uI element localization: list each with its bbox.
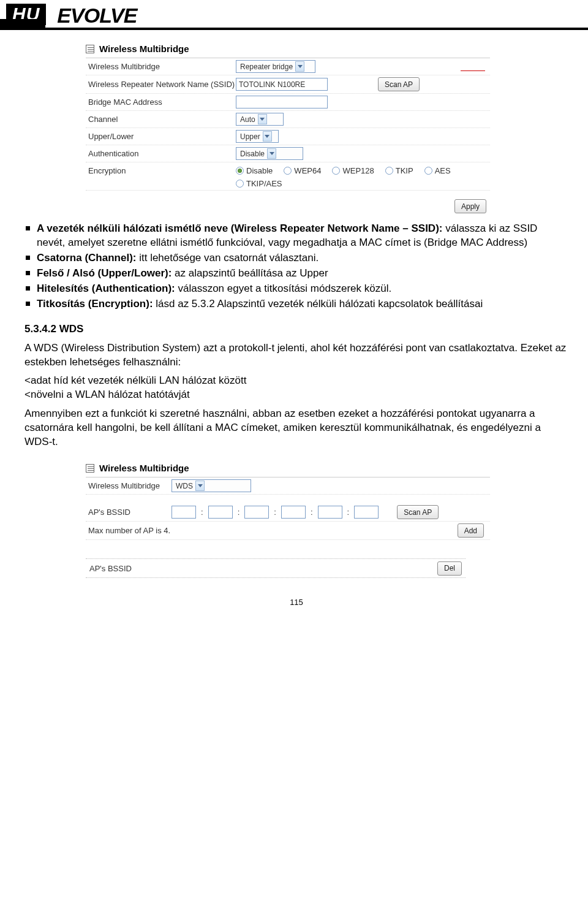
apply-button[interactable]: Apply <box>454 199 486 213</box>
radio-wep128[interactable]: WEP128 <box>332 166 374 175</box>
input-ssid-value: TOTOLINK N100RE <box>239 80 305 89</box>
radio-wep64[interactable]: WEP64 <box>284 166 321 175</box>
radio-icon <box>385 167 393 175</box>
label-max-ap: Max number of AP is 4. <box>86 526 172 535</box>
doc-body: A vezeték nélküli hálózati ismétlő neve … <box>24 222 568 449</box>
input-mac-seg-6[interactable] <box>354 506 379 519</box>
radio-icon <box>284 167 292 175</box>
select-multibridge[interactable]: Repeater bridge <box>236 60 315 73</box>
scan-ap-button[interactable]: Scan AP <box>378 77 420 91</box>
bullet-auth: Hitelesítés (Authentication): válasszon … <box>24 282 568 296</box>
input-mac-seg-3[interactable] <box>244 506 269 519</box>
radio-icon <box>424 167 432 175</box>
label-multibridge: Wireless Multibridge <box>86 481 172 490</box>
select-upperlower-value: Upper <box>240 132 260 141</box>
label-auth: Authentication <box>86 149 236 158</box>
wds-paragraph-2: Amennyiben ezt a funkciót ki szeretné ha… <box>24 407 568 449</box>
radio-tkipaes-label: TKIP/AES <box>246 179 282 188</box>
header-rule <box>0 28 588 30</box>
label-channel: Channel <box>86 115 236 124</box>
input-ssid[interactable]: TOTOLINK N100RE <box>236 78 328 91</box>
label-upperlower: Upper/Lower <box>86 132 236 141</box>
doc-header: HU EVOLVE <box>0 0 588 28</box>
ap-bssid-column-header: AP's BSSID <box>89 564 132 573</box>
chevron-down-icon <box>258 114 267 124</box>
label-encryption: Encryption <box>86 166 236 175</box>
radio-disable[interactable]: Disable <box>236 166 273 175</box>
mac-colon: : <box>309 508 314 517</box>
wds-line-2: <növelni a WLAN hálózat hatótávját <box>24 388 568 402</box>
radio-icon <box>332 167 340 175</box>
panel-title: Wireless Multibridge <box>86 460 490 477</box>
radio-icon <box>236 180 244 188</box>
label-ssid: Wireless Repeater Network Name (SSID) <box>86 80 236 89</box>
del-button[interactable]: Del <box>437 561 462 576</box>
radio-aes-label: AES <box>435 166 451 175</box>
radio-wep128-label: WEP128 <box>342 166 374 175</box>
mac-colon: : <box>200 508 205 517</box>
label-ap-bssid: AP's BSSID <box>86 508 172 517</box>
panel-title: Wireless Multibridge <box>86 41 490 58</box>
input-mac-seg-1[interactable] <box>172 506 196 519</box>
ap-bssid-table-row: AP's BSSID Del <box>86 558 466 578</box>
page-number: 115 <box>24 598 568 613</box>
radio-wep64-label: WEP64 <box>294 166 321 175</box>
radio-tkipaes[interactable]: TKIP/AES <box>236 179 282 188</box>
radio-tkip[interactable]: TKIP <box>385 166 413 175</box>
red-mark <box>461 70 485 71</box>
select-multibridge-value: Repeater bridge <box>240 63 293 71</box>
select-channel-value: Auto <box>240 115 255 124</box>
input-mac-seg-4[interactable] <box>281 506 306 519</box>
panel-title-text: Wireless Multibridge <box>99 463 189 473</box>
select-upperlower[interactable]: Upper <box>236 130 279 143</box>
bullet-ssid: A vezeték nélküli hálózati ismétlő neve … <box>24 222 568 250</box>
select-multibridge-wds-value: WDS <box>176 482 193 490</box>
select-multibridge-wds[interactable]: WDS <box>172 479 251 492</box>
mac-colon: : <box>273 508 277 517</box>
panel-icon <box>86 464 94 473</box>
mac-colon: : <box>346 508 351 517</box>
label-bridge-mac: Bridge MAC Address <box>86 97 236 107</box>
bullet-upperlower: Felső / Alsó (Upper/Lower): az alapszint… <box>24 267 568 281</box>
add-button[interactable]: Add <box>458 523 484 538</box>
radio-icon <box>236 167 244 175</box>
input-mac-seg-5[interactable] <box>318 506 342 519</box>
input-bridge-mac[interactable] <box>236 96 328 108</box>
bullet-channel: Csatorna (Channel): itt lehetősége van c… <box>24 251 568 265</box>
radio-tkip-label: TKIP <box>396 166 413 175</box>
bullet-encryption: Titkosítás (Encryption): lásd az 5.3.2 A… <box>24 297 568 311</box>
panel-title-text: Wireless Multibridge <box>99 44 189 54</box>
select-channel[interactable]: Auto <box>236 113 284 126</box>
wds-paragraph-1: A WDS (Wireless Distribution System) azt… <box>24 341 568 370</box>
panel-icon <box>86 45 94 53</box>
select-auth[interactable]: Disable <box>236 147 303 160</box>
chevron-down-icon <box>295 61 304 72</box>
section-heading-wds: 5.3.4.2 WDS <box>24 322 568 337</box>
brand-logo: EVOLVE <box>57 4 137 28</box>
panel-multibridge-wds: Wireless Multibridge Wireless Multibridg… <box>86 460 490 578</box>
bullet-list: A vezeték nélküli hálózati ismétlő neve … <box>24 222 568 311</box>
scan-ap-button[interactable]: Scan AP <box>397 505 439 519</box>
radio-aes[interactable]: AES <box>424 166 451 175</box>
input-mac-seg-2[interactable] <box>208 506 233 519</box>
wds-line-1: <adat híd két vezeték nélküli LAN hálóza… <box>24 374 568 388</box>
chevron-down-icon <box>195 481 205 491</box>
label-multibridge: Wireless Multibridge <box>86 62 236 71</box>
chevron-down-icon <box>267 148 276 159</box>
select-auth-value: Disable <box>240 150 265 158</box>
radio-disable-label: Disable <box>246 166 273 175</box>
mac-colon: : <box>236 508 241 517</box>
chevron-down-icon <box>263 131 272 142</box>
panel-multibridge-repeater: Wireless Multibridge Wireless Multibridg… <box>86 41 490 216</box>
